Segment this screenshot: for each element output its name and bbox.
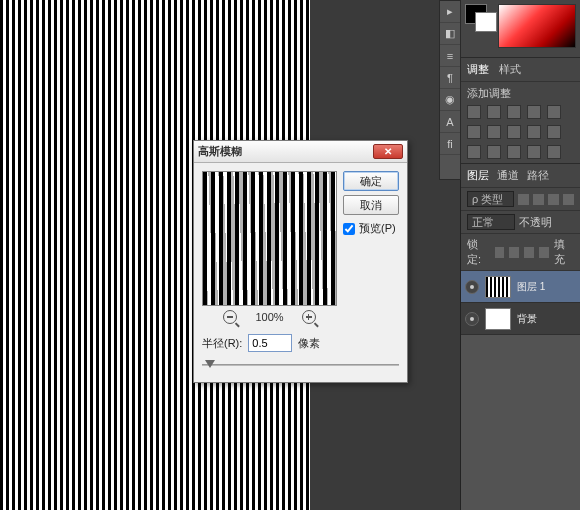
tab-paths[interactable]: 路径 (527, 168, 549, 183)
tab-styles[interactable]: 样式 (499, 62, 521, 77)
gaussian-blur-dialog: 高斯模糊 ✕ 100% 确定 取消 预览(P) 半径(R): 像素 (193, 140, 408, 383)
fill-label: 填充 (554, 237, 574, 267)
lock-transparent-icon[interactable] (495, 247, 505, 258)
lock-position-icon[interactable] (524, 247, 534, 258)
filter-adjust-icon[interactable] (533, 194, 544, 205)
lock-label: 锁定: (467, 237, 490, 267)
adj-channel-mixer-icon[interactable] (527, 125, 541, 139)
adj-brightness-icon[interactable] (467, 105, 481, 119)
dialog-close-button[interactable]: ✕ (373, 144, 403, 159)
adj-vibrance-icon[interactable] (547, 105, 561, 119)
layer-thumbnail[interactable] (485, 276, 511, 298)
tool-icon[interactable]: ¶ (440, 67, 460, 89)
adj-invert-icon[interactable] (467, 145, 481, 159)
radius-slider[interactable] (202, 358, 399, 372)
tab-adjustments[interactable]: 调整 (467, 62, 489, 77)
tool-icon[interactable]: ◧ (440, 23, 460, 45)
tab-layers[interactable]: 图层 (467, 168, 489, 183)
adj-exposure-icon[interactable] (527, 105, 541, 119)
adj-selective-icon[interactable] (547, 145, 561, 159)
visibility-eye-icon[interactable] (465, 280, 479, 294)
zoom-percent: 100% (255, 311, 283, 323)
opacity-label: 不透明 (519, 215, 552, 230)
tool-icon[interactable]: ▸ (440, 1, 460, 23)
dialog-titlebar[interactable]: 高斯模糊 ✕ (194, 141, 407, 163)
layer-list: 图层 1 背景 (461, 271, 580, 335)
blend-mode-select[interactable]: 正常 (467, 214, 515, 230)
adj-posterize-icon[interactable] (487, 145, 501, 159)
blur-preview[interactable] (202, 171, 337, 306)
cancel-button[interactable]: 取消 (343, 195, 399, 215)
adj-hue-icon[interactable] (467, 125, 481, 139)
tool-icon[interactable]: fi (440, 133, 460, 155)
dialog-title: 高斯模糊 (198, 144, 242, 159)
adj-lookup-icon[interactable] (547, 125, 561, 139)
tab-channels[interactable]: 通道 (497, 168, 519, 183)
layer-filter-row: ρ 类型 (461, 188, 580, 211)
radius-input[interactable] (248, 334, 292, 352)
layer-filter-kind[interactable]: ρ 类型 (467, 191, 514, 207)
filter-type-icon[interactable] (548, 194, 559, 205)
add-adjustment-label: 添加调整 (467, 87, 511, 99)
ok-button[interactable]: 确定 (343, 171, 399, 191)
filter-shape-icon[interactable] (563, 194, 574, 205)
adj-curves-icon[interactable] (507, 105, 521, 119)
adj-bw-icon[interactable] (487, 125, 501, 139)
color-ramp[interactable] (498, 4, 576, 48)
layer-row[interactable]: 图层 1 (461, 271, 580, 303)
filter-pixel-icon[interactable] (518, 194, 529, 205)
preview-label: 预览(P) (359, 221, 396, 236)
adj-threshold-icon[interactable] (507, 145, 521, 159)
layer-thumbnail[interactable] (485, 308, 511, 330)
tool-icon[interactable]: ◉ (440, 89, 460, 111)
radius-unit: 像素 (298, 336, 320, 351)
layers-tabs: 图层 通道 路径 (461, 164, 580, 188)
layer-name[interactable]: 图层 1 (517, 280, 545, 294)
background-swatch[interactable] (475, 12, 497, 32)
collapsed-toolstrip: ▸ ◧ ≡ ¶ ◉ A fi (439, 0, 461, 180)
adj-levels-icon[interactable] (487, 105, 501, 119)
right-panel-dock: ▸ ◧ ≡ ¶ ◉ A fi 调整 样式 添加调整 (460, 0, 580, 510)
tool-icon[interactable]: A (440, 111, 460, 133)
lock-all-icon[interactable] (539, 247, 549, 258)
preview-checkbox-row[interactable]: 预览(P) (343, 221, 399, 236)
zoom-in-icon[interactable] (302, 310, 316, 324)
radius-label: 半径(R): (202, 336, 242, 351)
adjust-tabs: 调整 样式 (461, 58, 580, 82)
layer-lock-row: 锁定: 填充 (461, 234, 580, 271)
layer-name[interactable]: 背景 (517, 312, 537, 326)
color-panel (461, 0, 580, 58)
zoom-out-icon[interactable] (223, 310, 237, 324)
visibility-eye-icon[interactable] (465, 312, 479, 326)
adj-gradient-map-icon[interactable] (527, 145, 541, 159)
layer-row[interactable]: 背景 (461, 303, 580, 335)
tool-icon[interactable]: ≡ (440, 45, 460, 67)
slider-track (202, 364, 399, 366)
adjustments-panel: 添加调整 (461, 82, 580, 164)
adj-photo-filter-icon[interactable] (507, 125, 521, 139)
lock-pixels-icon[interactable] (509, 247, 519, 258)
preview-checkbox[interactable] (343, 223, 355, 235)
slider-thumb[interactable] (205, 360, 215, 368)
layer-blend-row: 正常 不透明 (461, 211, 580, 234)
